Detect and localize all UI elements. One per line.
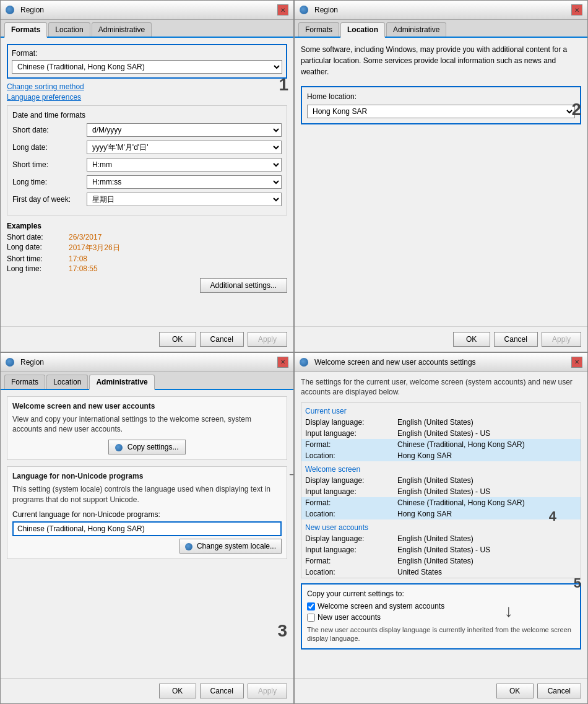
first-day-label: First day of week: xyxy=(12,195,87,204)
apply-btn-2[interactable]: Apply xyxy=(542,332,581,347)
close-button-2[interactable]: ✕ xyxy=(571,4,582,15)
badge-5: 5 xyxy=(574,575,581,591)
current-user-title: Current user xyxy=(301,403,581,417)
titlebar-left-2: Region xyxy=(300,6,338,14)
tab-administrative-1[interactable]: Administrative xyxy=(92,22,152,37)
format-select[interactable]: Chinese (Traditional, Hong Kong SAR) xyxy=(12,60,282,74)
tab-administrative-2[interactable]: Administrative xyxy=(386,22,446,37)
change-sorting-link[interactable]: Change sorting method xyxy=(7,82,287,91)
checkbox-welcome[interactable] xyxy=(307,602,315,611)
checkbox-newuser-row: New user accounts xyxy=(307,613,575,622)
tab-formats-1[interactable]: Formats xyxy=(4,22,47,38)
close-button-3[interactable]: ✕ xyxy=(277,357,288,368)
cu-input-lang-row: Input language: English (United States) … xyxy=(301,428,581,439)
ws-location-label: Location: xyxy=(301,508,394,519)
ws-format-label: Format: xyxy=(301,497,394,508)
titlebar-left-3: Region xyxy=(6,358,44,367)
long-time-select[interactable]: H:mm:ss xyxy=(87,175,282,189)
copy-settings-row: Copy settings... xyxy=(12,440,282,454)
short-date-select[interactable]: d/M/yyyy xyxy=(87,123,282,137)
nu-location-row: Location: United States xyxy=(301,567,581,578)
cu-location-label: Location: xyxy=(301,450,394,461)
titlebar-title-3: Region xyxy=(20,358,44,367)
apply-btn-3[interactable]: Apply xyxy=(248,684,287,698)
current-lang-label: Current language for non-Unicode program… xyxy=(12,510,282,519)
date-time-section: Date and time formats Short date: d/M/yy… xyxy=(7,105,287,215)
current-user-header: Current user xyxy=(301,403,581,417)
additional-settings-row: Additional settings... xyxy=(7,278,287,293)
tab-location-2[interactable]: Location xyxy=(340,22,385,38)
tab-formats-3[interactable]: Formats xyxy=(4,375,45,389)
home-location-label: Home location: xyxy=(307,92,575,101)
language-pref-link[interactable]: Language preferences xyxy=(7,93,287,102)
tabs-1: Formats Location Administrative xyxy=(1,20,293,38)
long-time-label: Long time: xyxy=(12,178,87,186)
short-time-row: Short time: H:mm xyxy=(12,158,282,172)
nu-format-row: Format: English (United States) xyxy=(301,555,581,567)
new-user-header: New user accounts xyxy=(301,519,581,533)
info-text: The settings for the current user, welco… xyxy=(301,377,581,398)
ex-short-time-value: 17:08 xyxy=(69,254,87,263)
tab-formats-2[interactable]: Formats xyxy=(298,22,339,37)
cu-input-lang-label: Input language: xyxy=(301,428,394,439)
checkbox-welcome-label: Welcome screen and system accounts xyxy=(318,602,444,611)
ok-btn-1[interactable]: OK xyxy=(159,332,196,347)
long-time-row: Long time: H:mm:ss xyxy=(12,175,282,189)
short-time-select[interactable]: H:mm xyxy=(87,158,282,172)
first-day-row: First day of week: 星期日 xyxy=(12,193,282,206)
welcome-section-title: Welcome screen and new user accounts xyxy=(12,402,282,411)
ws-input-lang-row: Input language: English (United States) … xyxy=(301,486,581,497)
nu-input-lang-label: Input language: xyxy=(301,544,394,555)
ws-location-row: Location: Hong Kong SAR xyxy=(301,508,581,519)
content-4: The settings for the current user, welco… xyxy=(295,372,587,679)
checkbox-newuser[interactable] xyxy=(307,614,315,622)
cu-format-row: Format: Chinese (Traditional, Hong Kong … xyxy=(301,439,581,450)
cancel-btn-2[interactable]: Cancel xyxy=(494,332,538,347)
tabs-2: Formats Location Administrative xyxy=(295,20,587,38)
cu-display-lang-value: English (United States) xyxy=(394,417,581,428)
tab-location-1[interactable]: Location xyxy=(48,22,90,37)
content-3: Welcome screen and new user accounts Vie… xyxy=(1,390,293,679)
checkbox-welcome-row: Welcome screen and system accounts xyxy=(307,602,575,611)
first-day-select[interactable]: 星期日 xyxy=(87,193,282,206)
cancel-btn-4[interactable]: Cancel xyxy=(537,684,581,698)
ok-btn-2[interactable]: OK xyxy=(453,332,490,347)
long-date-row: Long date: yyyy'年'M'月'd'日' xyxy=(12,141,282,154)
cu-display-lang-row: Display language: English (United States… xyxy=(301,417,581,428)
close-button-4[interactable]: ✕ xyxy=(571,357,582,368)
ex-short-time-label: Short time: xyxy=(7,254,69,263)
welcome-screen-header: Welcome screen xyxy=(301,461,581,475)
cancel-btn-3[interactable]: Cancel xyxy=(200,684,244,698)
copy-settings-btn[interactable]: Copy settings... xyxy=(108,440,185,454)
ex-long-date-label: Long date: xyxy=(7,243,69,253)
footer-3: OK Cancel Apply xyxy=(1,678,293,703)
welcome-screen-title: Welcome screen xyxy=(301,461,581,475)
tab-location-3[interactable]: Location xyxy=(46,375,88,389)
ws-display-lang-label: Display language: xyxy=(301,475,394,486)
home-location-select[interactable]: Hong Kong SAR xyxy=(307,105,575,118)
ex-long-time-label: Long time: xyxy=(7,264,69,273)
ws-format-row: Format: Chinese (Traditional, Hong Kong … xyxy=(301,497,581,508)
long-date-select[interactable]: yyyy'年'M'月'd'日' xyxy=(87,141,282,154)
cu-format-value: Chinese (Traditional, Hong Kong SAR) xyxy=(394,439,581,450)
language-section-box: Language for non-Unicode programs This s… xyxy=(7,466,287,559)
nu-format-value: English (United States) xyxy=(394,555,581,567)
nu-display-lang-label: Display language: xyxy=(301,533,394,544)
copy-section-title: Copy your current settings to: xyxy=(307,589,575,598)
change-locale-btn[interactable]: Change system locale... xyxy=(179,539,282,554)
panel-region-formats: Region ✕ Formats Location Administrative… xyxy=(0,0,294,352)
cancel-btn-1[interactable]: Cancel xyxy=(200,332,244,347)
example-short-time: Short time: 17:08 xyxy=(7,254,287,263)
ok-btn-3[interactable]: OK xyxy=(159,684,196,698)
short-date-row: Short date: d/M/yyyy xyxy=(12,123,282,137)
example-long-date: Long date: 2017年3月26日 xyxy=(7,243,287,253)
settings-table: Current user Display language: English (… xyxy=(301,402,581,578)
close-button-1[interactable]: ✕ xyxy=(277,4,288,15)
additional-settings-btn[interactable]: Additional settings... xyxy=(200,278,287,293)
apply-btn-1[interactable]: Apply xyxy=(248,332,287,347)
ok-btn-4[interactable]: OK xyxy=(496,684,534,698)
checkbox-newuser-label: New user accounts xyxy=(318,613,381,622)
badge-2: 2 xyxy=(571,100,581,120)
nu-location-label: Location: xyxy=(301,567,394,578)
tab-administrative-3[interactable]: Administrative xyxy=(89,375,154,390)
